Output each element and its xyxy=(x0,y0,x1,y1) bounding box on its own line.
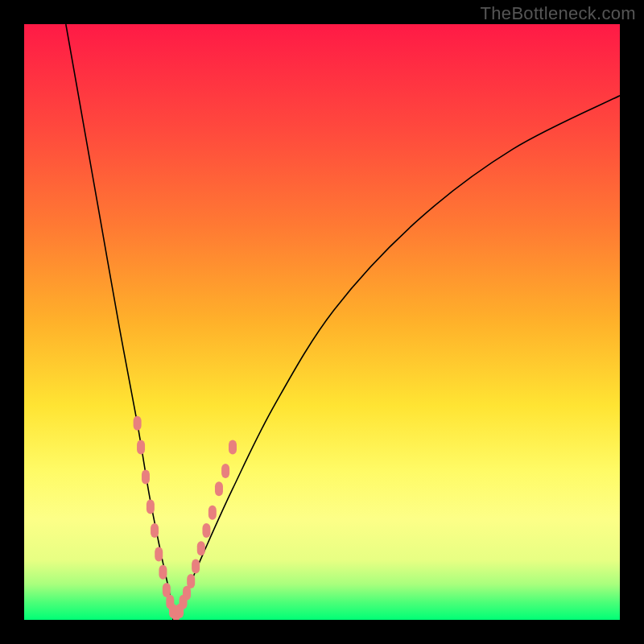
bead-marker xyxy=(192,559,200,573)
curve-layer xyxy=(24,24,620,620)
bead-marker xyxy=(151,523,159,538)
watermark-text: TheBottleneck.com xyxy=(481,3,636,24)
bead-marker xyxy=(229,440,237,454)
chart-frame: TheBottleneck.com xyxy=(0,0,644,644)
bead-marker xyxy=(155,547,163,562)
bead-marker xyxy=(147,499,155,514)
bead-marker xyxy=(137,440,145,454)
plot-area xyxy=(24,24,620,620)
bead-marker xyxy=(221,464,229,478)
bead-markers xyxy=(134,416,237,620)
bead-marker xyxy=(134,416,142,431)
bead-marker xyxy=(215,481,223,496)
bead-marker xyxy=(187,574,195,588)
curve-right-arm xyxy=(173,96,620,620)
bead-marker xyxy=(197,541,205,555)
bead-marker xyxy=(142,469,150,484)
bead-marker xyxy=(159,565,167,580)
bead-marker xyxy=(202,523,210,538)
bead-marker xyxy=(208,506,217,520)
